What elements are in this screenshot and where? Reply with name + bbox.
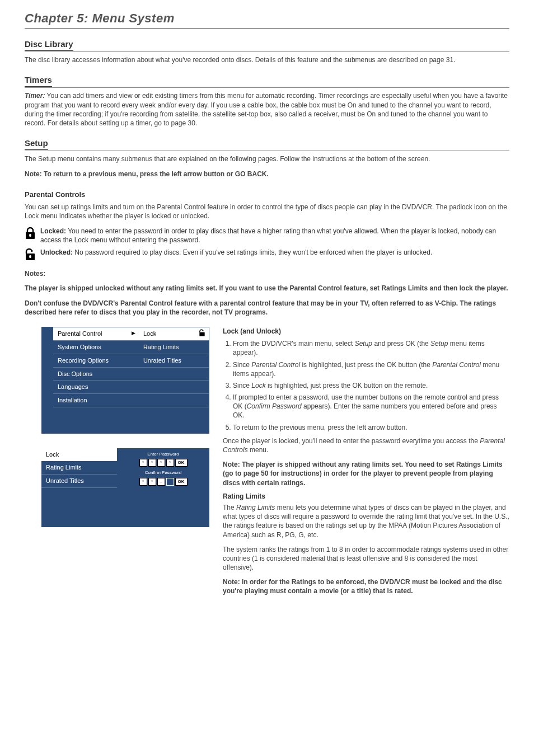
timers-lead-label: Timer: <box>25 92 45 100</box>
menu1-right-0: Lock <box>139 327 209 340</box>
timers-heading: Timers <box>25 74 509 88</box>
disc-library-heading: Disc Library <box>25 39 509 52</box>
padlock-unlocked-small-icon <box>199 329 205 339</box>
menu1-left-0: Parental Control <box>53 327 139 340</box>
lock-unlock-heading: Lock (and Unlock) <box>223 327 509 336</box>
lock-unlock-steps: From the DVD/VCR's main menu, select Set… <box>233 339 509 432</box>
rating-limits-heading: Rating Limits <box>223 492 509 501</box>
step-5: To return to the previous menu, press th… <box>233 423 509 432</box>
rating-limits-note: Note: In order for the Ratings to be enf… <box>223 577 509 595</box>
unlocked-text: Unlocked: No password required to play d… <box>40 248 509 257</box>
setup-heading: Setup <box>25 138 509 151</box>
timers-body: Timer: You can add timers and view or ed… <box>25 91 509 128</box>
rating-limits-p1: The Rating Limits menu lets you determin… <box>223 503 509 539</box>
menu1-left-5: Installation <box>53 394 139 407</box>
menu1-left-4: Languages <box>53 381 139 394</box>
disc-library-body: The disc library accesses information ab… <box>25 55 509 64</box>
lock-unlock-note: Note: The player is shipped without any … <box>223 460 509 487</box>
parental-heading: Parental Controls <box>25 190 509 200</box>
setup-note: Note: To return to a previous menu, pres… <box>25 170 509 179</box>
notes-line2: Don't confuse the DVD/VCR's Parental Con… <box>25 299 509 317</box>
locked-text: Locked: You need to enter the password i… <box>40 227 509 245</box>
step-1: From the DVD/VCR's main menu, select Set… <box>233 339 509 357</box>
confirm-password-cells: OK <box>121 478 205 486</box>
rating-limits-p2: The system ranks the ratings from 1 to 8… <box>223 545 509 572</box>
menu1-right-1: Rating Limits <box>139 340 209 354</box>
setup-menu-screenshot: Parental Control Lock System OptionsRati… <box>41 327 209 434</box>
chapter-title: Chapter 5: Menu System <box>25 10 509 29</box>
unlocked-row: Unlocked: No password required to play d… <box>25 248 509 264</box>
menu2-left-0: Lock <box>41 448 117 462</box>
password-menu-screenshot: Lock Rating Limits Unrated Titles Enter … <box>41 448 209 528</box>
step-4: If prompted to enter a password, use the… <box>233 393 509 420</box>
menu1-left-2: Recording Options <box>53 354 139 367</box>
locked-row: Locked: You need to enter the password i… <box>25 227 509 245</box>
step-2: Since Parental Control is highlighted, j… <box>233 360 509 378</box>
menu1-right-2: Unrated Titles <box>139 354 209 367</box>
svg-rect-1 <box>29 234 31 237</box>
menu1-left-3: Disc Options <box>53 367 139 381</box>
notes-line1: The player is shipped unlocked without a… <box>25 284 509 293</box>
lock-unlock-after1: Once the player is locked, you'll need t… <box>223 436 509 454</box>
enter-password-cells: OK <box>121 459 205 467</box>
menu1-left-1: System Options <box>53 340 139 354</box>
enter-password-label: Enter Password <box>121 452 205 458</box>
padlock-unlocked-icon <box>25 248 36 264</box>
menu2-left-2: Unrated Titles <box>41 475 117 488</box>
padlock-locked-icon <box>25 227 36 242</box>
svg-rect-4 <box>199 332 204 336</box>
parental-intro: You can set up ratings limits and turn o… <box>25 203 509 220</box>
confirm-password-label: Confirm Password <box>121 470 205 476</box>
menu2-left-1: Rating Limits <box>41 461 117 475</box>
notes-label: Notes: <box>25 269 509 278</box>
step-3: Since Lock is highlighted, just press th… <box>233 381 509 390</box>
setup-body: The Setup menu contains many submenus th… <box>25 154 509 163</box>
svg-rect-3 <box>29 255 31 258</box>
